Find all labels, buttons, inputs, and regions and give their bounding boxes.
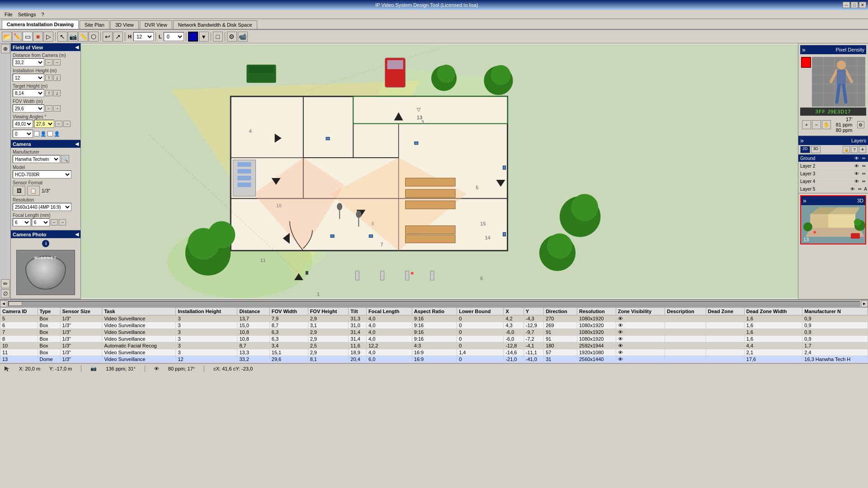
manufacturer-select[interactable]: Hanwha Techwin — [13, 155, 60, 163]
col-header-mfr[interactable]: Manufacturer N — [802, 308, 868, 315]
pd-pan-btn[interactable]: ✋ — [822, 120, 831, 129]
toolbar-square-btn[interactable]: □ — [213, 32, 223, 42]
layer-3-edit-btn[interactable]: ✏ — [861, 170, 867, 177]
camera-info-btn[interactable]: ℹ — [42, 240, 49, 247]
fov-w-left-btn[interactable]: ← — [45, 105, 52, 112]
thumbnail-3d-container[interactable]: » 3D — [800, 195, 866, 244]
fov-header[interactable]: Field of View ◀ — [11, 43, 80, 51]
toolbar-measure-btn[interactable]: 📏 — [78, 32, 88, 42]
install-down-btn[interactable]: ↓ — [53, 75, 61, 81]
col-header-lower[interactable]: Lower Bound — [457, 308, 504, 315]
layer-row-4[interactable]: Layer 4 👁 ✏ — [798, 178, 868, 185]
layer-4-vis-btn[interactable]: 👁 — [854, 178, 860, 184]
toolbar-pointer-btn[interactable]: ↖ — [57, 32, 67, 42]
table-row[interactable]: 13Dome1/3"Video Surveillance1233,229,68,… — [0, 356, 868, 363]
layer-row-2[interactable]: Layer 2 👁 ✏ — [798, 162, 868, 170]
close-button[interactable]: ✕ — [859, 2, 866, 8]
scroll-thumb[interactable] — [9, 301, 22, 306]
pd-red-btn[interactable] — [801, 57, 811, 68]
table-row[interactable]: 11Box1/3"Video Surveillance313,315,12,91… — [0, 349, 868, 356]
toolbar-rect-btn[interactable]: ▭ — [23, 32, 33, 42]
target-height-select[interactable]: 8,14 — [13, 89, 44, 97]
sensor-photo-btn[interactable]: 🖼 — [13, 186, 25, 196]
layer-help-btn[interactable]: ? — [851, 146, 858, 153]
center-canvas[interactable]: 4 3 5 10 8 7 14 15 11 1 6 — [81, 43, 798, 299]
camera-header[interactable]: Camera ◀ — [11, 140, 80, 148]
tab-site-plan[interactable]: Site Plan — [80, 20, 109, 29]
toolbar-draw-btn[interactable]: ✏️ — [12, 32, 22, 42]
angle-v-select[interactable]: 27,6 — [34, 120, 54, 128]
col-header-zone-vis[interactable]: Zone Visibility — [616, 308, 665, 315]
distance-select[interactable]: 33,2 — [13, 58, 44, 66]
person-size-select[interactable]: 0 — [13, 130, 33, 138]
col-header-fov-h[interactable]: FOV Height — [308, 308, 349, 315]
pixel-density-header[interactable]: » Pixel Density — [800, 45, 866, 54]
tab-camera-installation[interactable]: Camera Installation Drawing — [2, 20, 79, 29]
col-header-distance[interactable]: Distance — [237, 308, 269, 315]
col-header-tilt[interactable]: Tilt — [349, 308, 367, 315]
icon-bar-btn-1[interactable]: ⊕ — [1, 44, 10, 53]
layer-2-vis-btn[interactable]: 👁 — [854, 163, 860, 169]
layers-header[interactable]: » Layers — [798, 136, 868, 145]
col-header-x[interactable]: X — [504, 308, 524, 315]
focal-select-1[interactable]: 6 — [13, 218, 31, 226]
manufacturer-search-btn[interactable]: 🔍 — [61, 155, 69, 163]
layer-4-edit-btn[interactable]: ✏ — [861, 178, 867, 184]
toolbar-zone-btn[interactable]: ⬡ — [89, 32, 99, 42]
layer-3-vis-btn[interactable]: 👁 — [854, 170, 860, 177]
camera-photo-header[interactable]: Camera Photo ◀ — [11, 230, 80, 238]
btn-2d[interactable]: 2D — [800, 146, 810, 153]
fov-w-right-btn[interactable]: → — [53, 105, 61, 112]
focal-select-2[interactable]: 6 — [32, 218, 50, 226]
layer-row-3[interactable]: Layer 3 👁 ✏ — [798, 170, 868, 178]
layer-lock-btn[interactable]: 🔒 — [843, 146, 850, 153]
toolbar-undo-btn[interactable]: ↩ — [103, 32, 113, 42]
col-header-task[interactable]: Task — [102, 308, 176, 315]
col-header-id[interactable]: Camera ID — [0, 308, 38, 315]
toolbar-dropdown-btn[interactable]: ▾ — [199, 32, 209, 42]
layer-5-edit-btn[interactable]: ✏ — [857, 186, 863, 192]
distance-right-btn[interactable]: → — [53, 59, 61, 66]
install-height-select[interactable]: 12 — [13, 74, 44, 82]
fov-width-select[interactable]: 29,6 — [13, 104, 44, 113]
floor-plan-svg[interactable]: 4 3 5 10 8 7 14 15 11 1 6 — [81, 43, 798, 299]
target-down-btn[interactable]: ↓ — [53, 90, 61, 96]
layer-5-vis-btn[interactable]: 👁 — [849, 186, 856, 192]
distance-left-btn[interactable]: ← — [45, 59, 52, 66]
scroll-right-btn[interactable]: ► — [861, 300, 868, 307]
table-scroll-container[interactable]: Camera ID Type Sensor Size Task Installa… — [0, 307, 868, 363]
pd-zoom-out-btn[interactable]: − — [812, 120, 821, 129]
table-row[interactable]: 8Box1/3"Video Surveillance310,86,32,931,… — [0, 336, 868, 343]
layer-ground-vis-btn[interactable]: 👁 — [854, 155, 860, 161]
col-header-direction[interactable]: Direction — [544, 308, 577, 315]
col-header-dead-zone[interactable]: Dead Zone — [706, 308, 744, 315]
layer-2-edit-btn[interactable]: ✏ — [861, 163, 867, 169]
model-select[interactable]: HCD-7030R — [13, 170, 71, 178]
minimize-button[interactable]: ─ — [843, 2, 850, 8]
col-header-resolution[interactable]: Resolution — [577, 308, 616, 315]
menu-file[interactable]: File — [2, 11, 15, 18]
col-header-install-h[interactable]: Installation Height — [176, 308, 237, 315]
layer-row-ground[interactable]: Ground 👁 ✏ — [798, 155, 868, 162]
tab-dvr-view[interactable]: DVR View — [140, 20, 172, 29]
table-row[interactable]: 6Box1/3"Video Surveillance315,08,73,131,… — [0, 322, 868, 329]
target-up-btn[interactable]: ↑ — [45, 90, 52, 96]
menu-help[interactable]: ? — [38, 11, 47, 18]
col-header-desc[interactable]: Description — [665, 308, 706, 315]
col-header-dead-zone-w[interactable]: Dead Zone Width — [744, 308, 802, 315]
col-header-sensor[interactable]: Sensor Size — [60, 308, 102, 315]
resolution-select[interactable]: 2560x1440 (4MP 16:9) — [13, 203, 71, 211]
sensor-alt-btn[interactable]: 📋 — [27, 186, 40, 196]
angles-right-btn[interactable]: → — [63, 121, 71, 127]
toolbar-open-btn[interactable]: 📂 — [2, 32, 12, 42]
3d-expand-icon[interactable]: » — [803, 197, 807, 204]
layer-row-5[interactable]: Layer 5 👁 ✏ A — [798, 185, 868, 193]
table-row[interactable]: 7Box1/3"Video Surveillance310,86,32,931,… — [0, 329, 868, 336]
table-row[interactable]: 5Box1/3"Video Surveillance313,77,92,931,… — [0, 315, 868, 322]
angle-h-select[interactable]: 49,01 — [13, 120, 33, 128]
layer-ground-edit-btn[interactable]: ✏ — [861, 155, 867, 161]
focal-right-btn[interactable]: → — [59, 219, 66, 225]
person-check-2[interactable] — [47, 131, 53, 136]
tab-network-bandwidth[interactable]: Network Bandwidth & Disk Space — [173, 20, 257, 29]
layer-add-btn[interactable]: + — [859, 146, 866, 153]
